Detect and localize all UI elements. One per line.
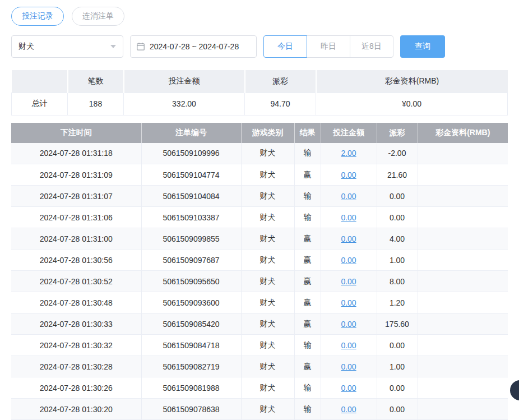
bet-time-cell: 2024-07-28 01:30:28 [11,356,141,377]
bonus-cell [418,250,508,271]
order-number-cell: 5061509099855 [141,228,241,250]
payout-cell: 1.00 [377,356,418,377]
bet-time-cell: 2024-07-28 01:31:09 [11,164,141,186]
date-range-value: 2024-07-28 ~ 2024-07-28 [150,42,239,51]
result-cell: 赢 [294,356,321,377]
result-cell: 赢 [294,313,321,335]
payout-cell: 175.60 [377,313,418,335]
quick-range-group: 今日 昨日 近8日 [263,35,393,58]
tab-cancelled-orders[interactable]: 连消注单 [72,7,124,26]
payout-cell: 0.00 [377,186,418,207]
payout-cell: 0.00 [377,335,418,356]
table-row: 2024-07-28 01:30:26 5061509081988 财犬 输 0… [11,377,508,399]
table-row: 2024-07-28 01:30:20 5061509078638 财犬 输 0… [11,399,508,420]
bet-amount-link[interactable]: 0.00 [341,234,356,243]
summary-total-payout: 94.70 [245,93,316,115]
summary-total-label: 总计 [12,93,68,115]
bet-time-cell: 2024-07-28 01:30:33 [11,313,141,335]
game-type-cell: 财犬 [241,292,294,313]
game-type-cell: 财犬 [241,250,294,271]
bonus-cell [418,356,508,377]
bet-time-cell: 2024-07-28 01:30:48 [11,292,141,313]
bet-amount-link[interactable]: 0.00 [341,170,356,179]
calendar-icon [136,42,145,51]
query-button[interactable]: 查询 [400,35,445,58]
game-type-cell: 财犬 [241,143,294,164]
range-button-yesterday[interactable]: 昨日 [307,35,350,58]
bonus-cell [418,271,508,292]
order-number-cell: 5061509082719 [141,356,241,377]
result-cell: 输 [294,143,321,164]
header-order-number: 注单编号 [141,123,241,143]
bet-table: 下注时间 注单编号 游戏类别 结果 投注金额 派彩 彩金资料(RMB) 2024… [11,123,508,420]
order-number-cell: 5061509084718 [141,335,241,356]
bonus-cell [418,164,508,186]
bet-amount-cell: 0.00 [321,313,377,335]
bet-amount-cell: 0.00 [321,164,377,186]
bet-amount-link[interactable]: 0.00 [341,256,356,265]
bet-time-cell: 2024-07-28 01:30:20 [11,399,141,420]
bet-amount-link[interactable]: 0.00 [341,341,356,350]
order-number-cell: 5061509078638 [141,399,241,420]
bet-amount-cell: 0.00 [321,250,377,271]
summary-table: 笔数 投注金额 派彩 彩金资料(RMB) 总计 188 332.00 94.70… [11,70,508,116]
summary-total-count: 188 [68,93,124,115]
game-select[interactable]: 财犬 [11,35,123,58]
table-row: 2024-07-28 01:30:33 5061509085420 财犬 赢 0… [11,313,508,335]
bet-amount-link[interactable]: 0.00 [341,213,356,222]
date-range-picker[interactable]: 2024-07-28 ~ 2024-07-28 [130,35,257,58]
summary-header-bonus: 彩金资料(RMB) [316,70,508,93]
game-type-cell: 财犬 [241,399,294,420]
summary-total-row: 总计 188 332.00 94.70 ¥0.00 [12,93,508,115]
header-bet-time: 下注时间 [11,123,141,143]
bet-amount-link[interactable]: 2.00 [341,149,356,158]
summary-header-count: 笔数 [68,70,124,93]
bet-amount-cell: 0.00 [321,186,377,207]
bet-amount-cell: 0.00 [321,207,377,228]
table-row: 2024-07-28 01:30:28 5061509082719 财犬 赢 0… [11,356,508,377]
bet-time-cell: 2024-07-28 01:31:07 [11,186,141,207]
result-cell: 赢 [294,271,321,292]
game-type-cell: 财犬 [241,377,294,399]
bet-amount-cell: 0.00 [321,292,377,313]
bet-amount-link[interactable]: 0.00 [341,192,356,201]
header-payout: 派彩 [377,123,418,143]
result-cell: 赢 [294,292,321,313]
bet-amount-link[interactable]: 0.00 [341,320,356,329]
order-number-cell: 5061509085420 [141,313,241,335]
order-number-cell: 5061509097687 [141,250,241,271]
bonus-cell [418,313,508,335]
game-type-cell: 财犬 [241,335,294,356]
bet-amount-link[interactable]: 0.00 [341,384,356,393]
order-number-cell: 5061509103387 [141,207,241,228]
game-type-cell: 财犬 [241,271,294,292]
bet-amount-link[interactable]: 0.00 [341,277,356,286]
bet-amount-link[interactable]: 0.00 [341,298,356,307]
tab-betting-records[interactable]: 投注记录 [11,7,64,26]
table-row: 2024-07-28 01:31:07 5061509104084 财犬 输 0… [11,186,508,207]
bet-table-body: 2024-07-28 01:31:18 5061509109996 财犬 输 2… [11,143,508,420]
range-button-today[interactable]: 今日 [263,35,307,58]
game-type-cell: 财犬 [241,313,294,335]
floating-service-button[interactable] [510,380,519,400]
result-cell: 赢 [294,228,321,250]
bet-amount-link[interactable]: 0.00 [341,405,356,414]
summary-header-blank [12,70,68,93]
summary-total-bonus: ¥0.00 [316,93,508,115]
range-button-last8days[interactable]: 近8日 [350,35,393,58]
table-row: 2024-07-28 01:30:56 5061509097687 财犬 赢 0… [11,250,508,271]
bet-amount-cell: 2.00 [321,143,377,164]
bet-amount-cell: 0.00 [321,228,377,250]
result-cell: 赢 [294,164,321,186]
summary-total-amount: 332.00 [124,93,245,115]
bet-amount-link[interactable]: 0.00 [341,362,356,371]
payout-cell: 21.60 [377,164,418,186]
order-number-cell: 5061509104774 [141,164,241,186]
table-row: 2024-07-28 01:30:48 5061509093600 财犬 赢 0… [11,292,508,313]
order-number-cell: 5061509095650 [141,271,241,292]
game-type-cell: 财犬 [241,356,294,377]
payout-cell: 8.00 [377,271,418,292]
game-type-cell: 财犬 [241,228,294,250]
table-row: 2024-07-28 01:31:00 5061509099855 财犬 赢 0… [11,228,508,250]
order-number-cell: 5061509109996 [141,143,241,164]
